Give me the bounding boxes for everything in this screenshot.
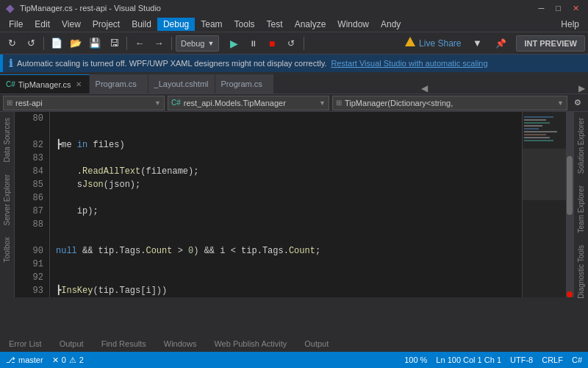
status-lineending[interactable]: CRLF <box>542 355 563 364</box>
nav-member-arrow: ▼ <box>557 99 564 107</box>
live-share-label: Live Share <box>419 38 461 49</box>
code-line-93: ┣InsKey(tip.Tags[i])) <box>56 284 516 297</box>
side-tab-serverexplorer[interactable]: Server Explorer <box>1 169 12 231</box>
member-nav-dropdown[interactable]: ⊞ TipManager(Dictionary<string, ▼ <box>332 96 567 110</box>
open-file-button[interactable]: 📂 <box>67 35 85 52</box>
menu-project[interactable]: Project <box>87 18 126 31</box>
stop-button[interactable]: ■ <box>263 35 281 52</box>
lineending-label: CRLF <box>542 355 563 364</box>
menu-tools[interactable]: Tools <box>229 18 261 31</box>
side-tabs-left: Data Sources Server Explorer Toolbox <box>0 112 15 297</box>
bottom-tab-errorlist[interactable]: Error List <box>6 338 45 350</box>
info-bar: ℹ Automatic scaling is turned off. WPF/U… <box>0 54 588 72</box>
editor: 80 82 83 84 85 86 87 88 90 91 92 93 94 9… <box>15 112 522 297</box>
warning-icon: ⚠ <box>69 355 76 365</box>
status-zoom[interactable]: 100 % <box>404 355 427 364</box>
live-share-options-button[interactable]: ▼ <box>469 35 485 52</box>
status-branch[interactable]: ⎇ master <box>6 355 43 365</box>
code-content[interactable]: ┣me in files) .ReadAllText(filename); sJ… <box>50 112 522 297</box>
menu-build[interactable]: Build <box>126 18 157 31</box>
tab-layout[interactable]: _Layout.cshtml <box>148 74 215 93</box>
redo-button[interactable]: ↺ <box>22 35 40 52</box>
title-bar-left: ◆ TipManager.cs - rest-api - Visual Stud… <box>6 2 161 14</box>
bottom-tab-findresults[interactable]: Find Results <box>98 338 149 350</box>
code-line-87: ip); <box>56 205 516 218</box>
side-tabs-right: Solution Explorer Team Explorer Diagnost… <box>573 112 588 297</box>
minimap-viewport <box>523 149 566 200</box>
new-file-button[interactable]: 📄 <box>48 35 65 52</box>
menu-team[interactable]: Team <box>195 18 228 31</box>
nav-class-label: rest_api.Models.TipManager <box>184 99 286 107</box>
menu-test[interactable]: Test <box>261 18 289 31</box>
debug-config-dropdown[interactable]: Debug ▼ <box>176 35 219 52</box>
status-errors[interactable]: ✕ 0 ⚠ 2 <box>52 355 84 365</box>
restart-button[interactable]: ↺ <box>282 35 300 52</box>
status-encoding[interactable]: UTF-8 <box>510 355 533 364</box>
side-tab-toolbox[interactable]: Toolbox <box>1 231 12 268</box>
code-line-85: sJson(json); <box>56 178 516 191</box>
vertical-scrollbar[interactable] <box>566 112 573 297</box>
save-all-button[interactable]: 🖫 <box>105 35 123 52</box>
warning-count: 2 <box>79 355 84 364</box>
bottom-tab-windows[interactable]: Windows <box>161 338 200 350</box>
restart-link[interactable]: Restart Visual Studio with automatic sca… <box>331 59 487 68</box>
menu-debug[interactable]: Debug <box>157 18 195 31</box>
side-tab-team-explorer[interactable]: Team Explorer <box>576 180 587 238</box>
nav-settings-button[interactable]: ⚙ <box>570 96 585 110</box>
close-button[interactable]: ✕ <box>570 4 582 13</box>
toolbar-separator-2 <box>126 37 127 50</box>
main-area: Data Sources Server Explorer Toolbox 80 … <box>0 112 588 297</box>
class-nav-dropdown[interactable]: C# rest_api.Models.TipManager ▼ <box>168 96 329 110</box>
project-nav-dropdown[interactable]: ⊞ rest-api ▼ <box>3 96 165 110</box>
maximize-button[interactable]: □ <box>553 4 564 13</box>
error-count: 0 <box>62 355 66 364</box>
tab-program2[interactable]: Program.cs <box>215 74 274 93</box>
tab-tipmanager[interactable]: C# TipManager.cs ✕ <box>0 74 90 93</box>
status-cursor[interactable]: Ln 100 Col 1 Ch 1 <box>436 355 501 364</box>
menu-bar: File Edit View Project Build Debug Team … <box>0 16 588 32</box>
live-share-button[interactable]: Live Share <box>398 34 467 52</box>
nav-project-icon: ⊞ <box>7 99 12 107</box>
side-tab-solution-explorer[interactable]: Solution Explorer <box>576 112 587 180</box>
code-line-90: null && tip.Tags.Count > 0) && i < tip.T… <box>56 244 516 258</box>
tab-scroll-left[interactable]: ◀ <box>418 83 431 93</box>
side-tab-datasources[interactable]: Data Sources <box>1 112 12 169</box>
status-language[interactable]: C# <box>572 355 582 364</box>
branch-label: master <box>18 355 43 364</box>
info-icon: ℹ <box>9 57 12 69</box>
bottom-tab-output[interactable]: Output <box>57 338 87 350</box>
save-button[interactable]: 💾 <box>86 35 104 52</box>
bottom-tab-webpublish[interactable]: Web Publish Activity <box>211 338 290 350</box>
code-line-80 <box>56 112 516 125</box>
nav-member-label: TipManager(Dictionary<string, <box>345 99 453 107</box>
undo-button[interactable]: ↻ <box>3 35 21 52</box>
pin-button[interactable]: 📌 <box>492 35 509 52</box>
int-preview-button[interactable]: INT PREVIEW <box>516 35 585 52</box>
zoom-label: 100 % <box>404 355 427 364</box>
live-share-icon <box>404 36 416 50</box>
side-tab-diagnostic-tools[interactable]: Diagnostic Tools <box>576 239 587 305</box>
start-debug-button[interactable]: ▶ <box>225 35 243 52</box>
scrollbar-thumb[interactable] <box>567 156 573 215</box>
encoding-label: UTF-8 <box>510 355 533 364</box>
tab-tipmanager-close[interactable]: ✕ <box>74 79 83 89</box>
menu-view[interactable]: View <box>56 18 87 31</box>
back-button[interactable]: ← <box>131 35 148 52</box>
toolbar-separator-1 <box>43 37 44 50</box>
minimize-button[interactable]: ─ <box>536 4 548 13</box>
menu-window[interactable]: Window <box>331 18 375 31</box>
toolbar: ↻ ↺ 📄 📂 💾 🖫 ← → Debug ▼ ▶ ⏸ ■ ↺ Live Sha… <box>0 32 588 54</box>
bottom-tab-output2[interactable]: Output <box>301 338 331 350</box>
nav-bar: ⊞ rest-api ▼ C# rest_api.Models.TipManag… <box>0 94 588 112</box>
tab-program1[interactable]: Program.cs <box>90 74 148 93</box>
help-menu[interactable]: Help <box>555 18 585 31</box>
menu-edit[interactable]: Edit <box>29 18 56 31</box>
menu-analyze[interactable]: Analyze <box>289 18 332 31</box>
menu-user[interactable]: Andy <box>375 18 406 31</box>
menu-file[interactable]: File <box>3 18 29 31</box>
nav-project-label: rest-api <box>15 99 43 107</box>
pause-button[interactable]: ⏸ <box>244 35 262 52</box>
forward-button[interactable]: → <box>150 35 168 52</box>
tab-scroll-right[interactable]: ▶ <box>576 83 588 93</box>
svg-marker-0 <box>405 37 415 46</box>
